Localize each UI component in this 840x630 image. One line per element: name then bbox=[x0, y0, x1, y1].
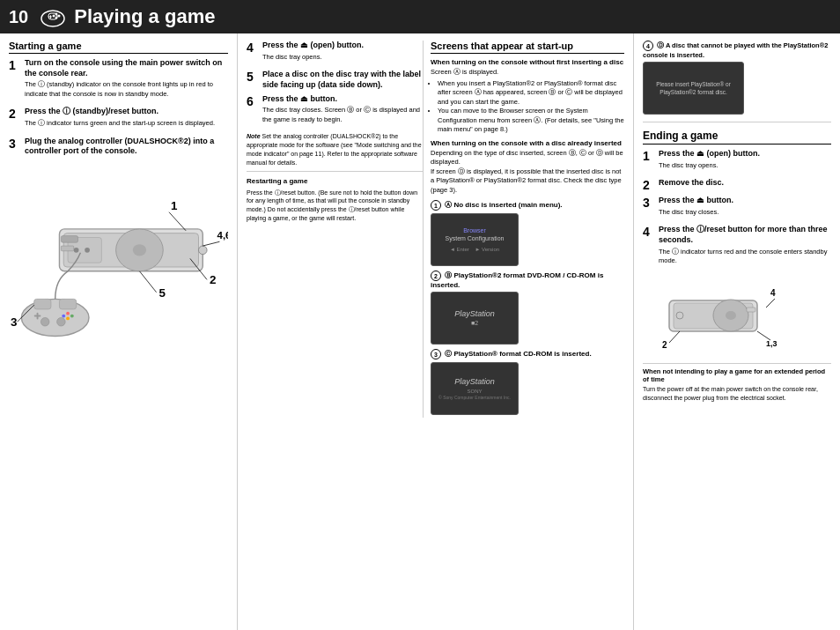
ending-step-3-row: 3 Press the ⏏ button. The disc tray clos… bbox=[643, 196, 831, 221]
note-section: Note Set the analog controller (DUALSHOC… bbox=[247, 132, 423, 167]
step-6-body: The disc tray closes. Screen Ⓑ or Ⓒ is d… bbox=[262, 106, 423, 124]
extended-title: When not intending to play a game for an… bbox=[643, 367, 831, 383]
screen2-circled-num: 2 bbox=[431, 271, 441, 281]
middle-column: 4 Press the ⏏ (open) button. The disc tr… bbox=[238, 33, 634, 630]
svg-point-28 bbox=[57, 317, 66, 326]
step-5-row: 5 Place a disc on the disc tray with the… bbox=[247, 70, 423, 90]
svg-line-37 bbox=[139, 271, 156, 293]
ending-step-1-content: Press the ⏏ (open) button. The disc tray… bbox=[659, 149, 831, 174]
svg-rect-15 bbox=[61, 236, 77, 243]
screen3-content: PlayStation SONY © Sony Computer Enterta… bbox=[438, 376, 511, 401]
screen4-box: Please insert PlayStation® or PlayStatio… bbox=[643, 62, 744, 115]
screen2-container: 2 Ⓑ PlayStation®2 format DVD-ROM / CD-RO… bbox=[431, 271, 624, 345]
step-1-body: The ⓘ (standby) indicator on the console… bbox=[25, 80, 228, 99]
ending-step-4-num: 4 bbox=[643, 225, 659, 270]
svg-point-24 bbox=[70, 315, 74, 318]
screen1-content: Browser System Configuration ◄ Enter ► V… bbox=[446, 226, 505, 254]
ending-step-3-body: The disc tray closes. bbox=[659, 208, 831, 218]
screen2-box: PlayStation ■2 bbox=[431, 292, 519, 345]
page-number: 10 bbox=[9, 7, 28, 27]
ending-ps2-svg: 4 1,3 2 bbox=[643, 274, 779, 358]
step-3-row: 3 Plug the analog controller (DUALSHOCK®… bbox=[9, 137, 228, 157]
screen3-container: 3 Ⓒ PlayStation® format CD-ROM is insert… bbox=[431, 349, 624, 415]
step-6-num: 6 bbox=[247, 94, 262, 130]
ps2-diagram-svg: 1 2 3 4,6 5 bbox=[9, 161, 228, 373]
step-6-content: Press the ⏏ button. The disc tray closes… bbox=[262, 94, 423, 130]
ending-illustration: 4 1,3 2 bbox=[643, 274, 831, 359]
disc-image-text: Please insert PlayStation® or PlayStatio… bbox=[644, 80, 743, 96]
step-5-title: Place a disc on the disc tray with the l… bbox=[262, 70, 423, 90]
step-4-row: 4 Press the ⏏ (open) button. The disc tr… bbox=[247, 41, 423, 66]
svg-point-17 bbox=[198, 246, 207, 255]
ending-step-2-content: Remove the disc. bbox=[659, 178, 831, 192]
svg-rect-19 bbox=[34, 299, 51, 308]
svg-point-4 bbox=[53, 15, 55, 18]
screen4-label-text: Ⓓ A disc that cannot be played with the … bbox=[643, 41, 828, 59]
screen2-label: 2 Ⓑ PlayStation®2 format DVD-ROM / CD-RO… bbox=[431, 271, 624, 289]
ending-title: Ending a game bbox=[643, 130, 831, 145]
screen4-label: 4 Ⓓ A disc that cannot be played with th… bbox=[643, 41, 831, 59]
screen2-content: PlayStation ■2 bbox=[454, 308, 495, 328]
screens-section: Screens that appear at start-up When tur… bbox=[423, 41, 624, 418]
main-content: Starting a game 1 Turn on the console us… bbox=[0, 33, 840, 630]
screen4-content: Please insert PlayStation® or PlayStatio… bbox=[644, 80, 743, 96]
svg-line-35 bbox=[203, 241, 219, 246]
step-6-title: Press the ⏏ button. bbox=[262, 94, 423, 105]
screen3-label: 3 Ⓒ PlayStation® format CD-ROM is insert… bbox=[431, 349, 624, 359]
screen1-circled-num: 1 bbox=[431, 200, 441, 211]
svg-line-49 bbox=[669, 331, 680, 343]
svg-point-2 bbox=[55, 17, 58, 19]
controller-icon bbox=[39, 3, 67, 31]
starting-section-title: Starting a game bbox=[9, 41, 228, 54]
console-illustration: 1 2 3 4,6 5 bbox=[9, 161, 228, 390]
sub1-bullet-1: When you insert a PlayStation®2 or PlayS… bbox=[438, 79, 624, 107]
screens-section-title: Screens that appear at start-up bbox=[431, 41, 624, 54]
sub1-title: When turning on the console without firs… bbox=[431, 58, 624, 66]
screen4-circled-num: 4 bbox=[643, 41, 653, 51]
step-3-content: Plug the analog controller (DUALSHOCK®2)… bbox=[25, 137, 228, 157]
screen1-box: Browser System Configuration ◄ Enter ► V… bbox=[431, 213, 519, 266]
ending-step-4-row: 4 Press the ⓘ/reset button for more than… bbox=[643, 225, 831, 270]
ending-step-2-row: 2 Remove the disc. bbox=[643, 178, 831, 192]
note-label: Note bbox=[247, 133, 261, 139]
svg-point-14 bbox=[85, 248, 90, 253]
svg-line-29 bbox=[169, 212, 186, 231]
step-5-num: 5 bbox=[247, 70, 262, 90]
step-6-row: 6 Press the ⏏ button. The disc tray clos… bbox=[247, 94, 423, 130]
step-4-content: Press the ⏏ (open) button. The disc tray… bbox=[262, 41, 423, 66]
ending-section: Ending a game 1 Press the ⏏ (open) butto… bbox=[643, 130, 831, 271]
screen3-box: PlayStation SONY © Sony Computer Enterta… bbox=[431, 362, 519, 415]
step-2-title: Press the ⓘ (standby)/reset button. bbox=[25, 107, 228, 117]
restarting-section: Restarting a game Press the ⓘ/reset butt… bbox=[247, 171, 423, 222]
svg-point-5 bbox=[55, 13, 58, 16]
ending-step-1-row: 1 Press the ⏏ (open) button. The disc tr… bbox=[643, 149, 831, 174]
svg-line-45 bbox=[766, 299, 775, 308]
extended-notice: When not intending to play a game for an… bbox=[643, 363, 831, 403]
step-4-body: The disc tray opens. bbox=[262, 53, 423, 63]
steps-4-6-area: 4 Press the ⏏ (open) button. The disc tr… bbox=[247, 41, 624, 418]
svg-text:1,3: 1,3 bbox=[766, 339, 777, 348]
screen3-circled-num: 3 bbox=[431, 349, 441, 359]
sub2-title: When turning on the console with a disc … bbox=[431, 139, 624, 147]
ending-step-1-num: 1 bbox=[643, 149, 659, 174]
left-column: Starting a game 1 Turn on the console us… bbox=[0, 33, 238, 630]
page-header: 10 Playing a game bbox=[0, 0, 840, 33]
step-1-row: 1 Turn on the console using the main pow… bbox=[9, 58, 228, 103]
svg-point-27 bbox=[41, 317, 49, 326]
step-2-row: 2 Press the ⓘ (standby)/reset button. Th… bbox=[9, 107, 228, 132]
screen2-label-text: Ⓑ PlayStation®2 format DVD-ROM / CD-ROM … bbox=[431, 271, 603, 289]
screen3-label-text: Ⓒ PlayStation® format CD-ROM is inserted… bbox=[445, 350, 591, 358]
ending-step-1-body: The disc tray opens. bbox=[659, 161, 831, 171]
sub1-bullet-2: You can move to the Browser screen or th… bbox=[438, 107, 624, 135]
step-2-num: 2 bbox=[9, 107, 25, 132]
step-4-num: 4 bbox=[247, 41, 262, 66]
svg-text:2: 2 bbox=[210, 273, 216, 286]
svg-rect-20 bbox=[59, 299, 76, 308]
ending-step-1-title: Press the ⏏ (open) button. bbox=[659, 149, 831, 159]
step-2-content: Press the ⓘ (standby)/reset button. The … bbox=[25, 107, 228, 132]
restarting-body: Press the ⓘ/reset button. (Be sure not t… bbox=[247, 189, 423, 223]
step-1-num: 1 bbox=[9, 58, 25, 103]
ending-step-3-num: 3 bbox=[643, 196, 659, 221]
svg-rect-44 bbox=[747, 308, 755, 312]
restarting-title: Restarting a game bbox=[247, 176, 423, 186]
